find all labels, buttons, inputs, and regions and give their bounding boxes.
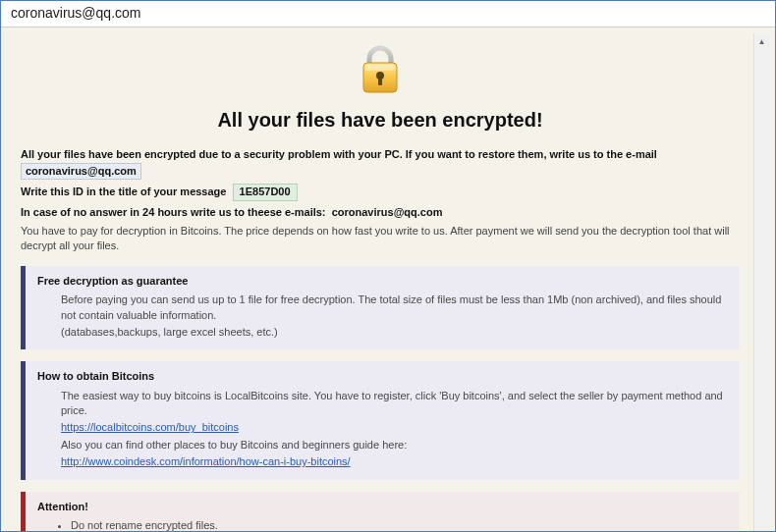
- panel-guarantee-body2: (databases,backups, large excel sheets, …: [61, 325, 728, 340]
- chevron-up-icon: ▲: [758, 37, 766, 46]
- intro-line3: In case of no answer in 24 hours write u…: [21, 206, 326, 218]
- vertical-scrollbar[interactable]: ▲ ▼: [753, 33, 769, 532]
- content-area: All your files have been encrypted! All …: [1, 27, 775, 532]
- window-title: coronavirus@qq.com: [11, 5, 141, 21]
- intro-block: All your files have been encrypted due t…: [21, 147, 740, 253]
- window-titlebar: coronavirus@qq.com: [1, 1, 775, 27]
- panel-guarantee-title: Free decryption as guarantee: [37, 274, 728, 289]
- contact-email-primary: coronavirus@qq.com: [21, 163, 141, 180]
- contact-email-secondary: coronavirus@qq.com: [332, 206, 443, 218]
- panel-guarantee-body1: Before paying you can send us up to 1 fi…: [61, 293, 728, 323]
- main-heading: All your files have been encrypted!: [21, 106, 740, 133]
- svg-rect-1: [365, 65, 395, 71]
- list-item: Do not rename encrypted files.: [71, 518, 728, 532]
- scroll-up-button[interactable]: ▲: [754, 33, 769, 49]
- panel-guarantee: Free decryption as guarantee Before payi…: [21, 266, 740, 350]
- attention-list: Do not rename encrypted files. Do not tr…: [37, 518, 728, 532]
- link-localbitcoins[interactable]: https://localbitcoins.com/buy_bitcoins: [61, 421, 239, 433]
- ransom-note-body: All your files have been encrypted! All …: [7, 33, 753, 532]
- intro-line1: All your files have been encrypted due t…: [21, 148, 657, 160]
- lock-icon-wrap: [21, 43, 740, 100]
- panel-bitcoins: How to obtain Bitcoins The easiest way t…: [21, 361, 740, 479]
- scroll-track[interactable]: [754, 49, 769, 532]
- lock-icon: [356, 43, 405, 100]
- panel-bitcoins-body1: The easiest way to buy bitcoins is Local…: [61, 389, 728, 419]
- svg-rect-3: [378, 77, 382, 85]
- intro-line2: Write this ID in the title of your messa…: [21, 186, 226, 197]
- victim-id: 1E857D00: [233, 184, 298, 200]
- intro-line4: You have to pay for decryption in Bitcoi…: [21, 224, 740, 254]
- panel-attention-title: Attention!: [37, 500, 728, 514]
- panel-attention: Attention! Do not rename encrypted files…: [21, 492, 740, 532]
- panel-bitcoins-body2: Also you can find other places to buy Bi…: [61, 438, 728, 452]
- panel-bitcoins-title: How to obtain Bitcoins: [37, 369, 728, 384]
- link-coindesk[interactable]: http://www.coindesk.com/information/how-…: [61, 455, 351, 467]
